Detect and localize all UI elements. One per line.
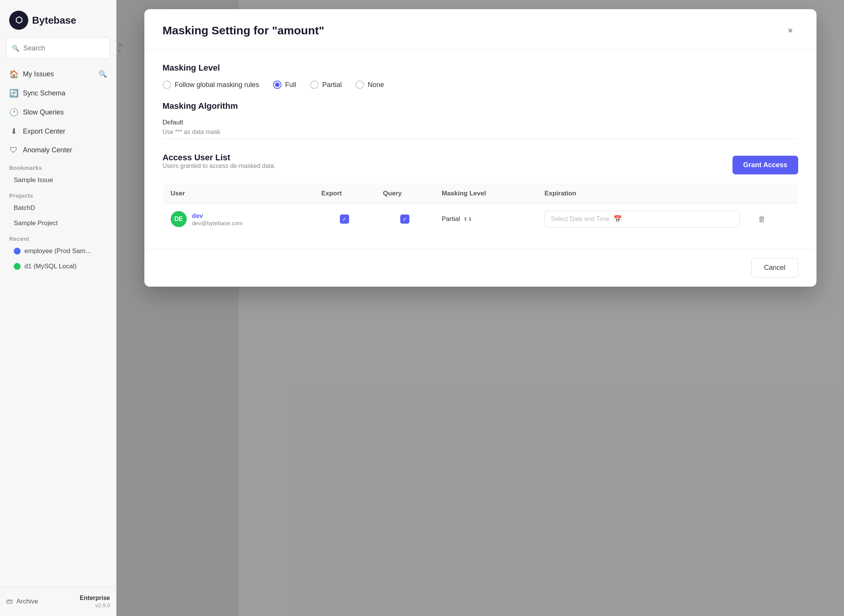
user-cell: DE dev dev@bytebase.com: [163, 204, 314, 235]
sidebar-item-my-issues[interactable]: 🏠 My Issues 🔍: [3, 65, 113, 83]
sidebar-item-export-center[interactable]: ⬇ Export Center: [3, 122, 113, 140]
export-cell[interactable]: ✓: [314, 204, 375, 235]
radio-partial[interactable]: Partial: [310, 81, 342, 89]
masking-level-select[interactable]: Partial ⬆⬇: [441, 215, 529, 223]
expiration-placeholder: Select Date and Time: [551, 216, 610, 223]
modal-body: Masking Level Follow global masking rule…: [144, 49, 817, 248]
chevron-updown-icon: ⬆⬇: [463, 216, 472, 222]
col-expiration: Expiration: [537, 184, 747, 204]
sidebar-item-d1[interactable]: d1 (MySQL Local): [3, 259, 113, 274]
access-list-titles: Access User List Users granted to access…: [163, 153, 276, 177]
query-cell[interactable]: ✓: [375, 204, 434, 235]
sidebar-item-label: Slow Queries: [23, 108, 64, 116]
access-list-header: Access User List Users granted to access…: [163, 153, 798, 177]
sidebar-item-label: employee (Prod Sam...: [24, 247, 91, 255]
db-icon: [14, 248, 21, 255]
sidebar-item-sync-schema[interactable]: 🔄 Sync Schema: [3, 84, 113, 102]
masking-setting-modal: Masking Setting for "amount" × Masking L…: [144, 9, 817, 287]
sidebar-item-batchd[interactable]: BatchD: [3, 200, 113, 216]
radio-full[interactable]: Full: [273, 81, 296, 89]
sidebar-item-label: Export Center: [23, 127, 65, 135]
modal-close-button[interactable]: ×: [783, 23, 798, 38]
sidebar-item-label: d1 (MySQL Local): [24, 263, 76, 270]
export-checkbox[interactable]: ✓: [340, 214, 349, 224]
divider: [163, 139, 798, 139]
home-icon: 🏠: [9, 69, 18, 79]
algorithm-desc: Use *** as data mask: [163, 129, 798, 135]
sync-icon: 🔄: [9, 89, 18, 98]
export-icon: ⬇: [9, 127, 18, 136]
archive-label: Archive: [16, 598, 38, 605]
logo-area: ⬡ Bytebase: [0, 0, 116, 37]
sidebar-item-label: Sync Schema: [23, 89, 65, 97]
col-user: User: [163, 184, 314, 204]
sidebar-nav: 🏠 My Issues 🔍 🔄 Sync Schema 🕐 Slow Queri…: [0, 65, 116, 587]
masking-level-title: Masking Level: [163, 63, 798, 73]
sidebar-item-sample-issue[interactable]: Sample Issue: [3, 173, 113, 188]
sidebar-item-label: Anomaly Center: [23, 146, 72, 154]
projects-label: Projects: [3, 188, 113, 200]
access-user-table: User Export Query Masking Level Expirati…: [163, 183, 798, 235]
col-masking-level: Masking Level: [434, 184, 537, 204]
search-bar[interactable]: 🔍 ⌘ K: [6, 37, 110, 59]
logo-icon: ⬡: [9, 11, 28, 30]
masking-level-cell[interactable]: Partial ⬆⬇: [434, 204, 537, 235]
access-list-title: Access User List: [163, 153, 276, 163]
db-icon-mysql: [14, 263, 21, 270]
sidebar-item-label: Sample Project: [14, 219, 58, 227]
version-label: v2.9.0: [95, 602, 110, 608]
user-name: dev: [192, 212, 243, 220]
archive-button[interactable]: 🗃 Archive: [6, 598, 38, 605]
radio-follow-global[interactable]: Follow global masking rules: [163, 81, 259, 89]
cancel-button[interactable]: Cancel: [751, 258, 798, 277]
radio-circle-partial: [310, 81, 319, 89]
sidebar-item-label: My Issues: [23, 70, 54, 78]
sidebar-item-anomaly-center[interactable]: 🛡 Anomaly Center: [3, 141, 113, 159]
table-row: DE dev dev@bytebase.com ✓ ✓: [163, 204, 798, 235]
query-checkbox[interactable]: ✓: [400, 214, 409, 224]
radio-none[interactable]: None: [356, 81, 384, 89]
radio-circle-none: [356, 81, 364, 89]
search-icon: 🔍: [12, 45, 19, 52]
masking-level-options: Follow global masking rules Full Partial…: [163, 81, 798, 89]
shield-icon: 🛡: [9, 146, 18, 155]
radio-label-partial: Partial: [322, 81, 342, 89]
calendar-icon: 📅: [613, 215, 622, 223]
sidebar-item-employee[interactable]: employee (Prod Sam...: [3, 243, 113, 259]
radio-label-full: Full: [285, 81, 296, 89]
col-query: Query: [375, 184, 434, 204]
radio-circle-follow-global: [163, 81, 171, 89]
radio-circle-full: [273, 81, 281, 89]
enterprise-label: Enterprise: [80, 595, 110, 601]
modal-header: Masking Setting for "amount" ×: [144, 9, 817, 49]
sidebar-item-slow-queries[interactable]: 🕐 Slow Queries: [3, 103, 113, 121]
my-issues-search-icon[interactable]: 🔍: [99, 70, 107, 78]
sidebar-item-label: Sample Issue: [14, 176, 53, 184]
action-cell[interactable]: 🗑: [747, 204, 798, 235]
access-list-desc: Users granted to access de-masked data.: [163, 163, 276, 169]
modal-title: Masking Setting for "amount": [163, 24, 324, 37]
delete-row-button[interactable]: 🗑: [755, 213, 769, 225]
sidebar: ⬡ Bytebase 🔍 ⌘ K 🏠 My Issues 🔍 🔄 Sync Sc…: [0, 0, 116, 616]
archive-icon: 🗃: [6, 598, 13, 605]
algorithm-default: Default: [163, 119, 798, 126]
algorithm-title: Masking Algorithm: [163, 101, 798, 111]
col-export: Export: [314, 184, 375, 204]
table-header-row: User Export Query Masking Level Expirati…: [163, 184, 798, 204]
sidebar-item-label: BatchD: [14, 204, 35, 212]
avatar: DE: [171, 211, 187, 227]
col-actions: [747, 184, 798, 204]
expiration-cell[interactable]: Select Date and Time 📅: [537, 204, 747, 235]
grant-access-button[interactable]: Grant Access: [732, 156, 798, 174]
bookmarks-label: Bookmarks: [3, 160, 113, 173]
date-time-input[interactable]: Select Date and Time 📅: [545, 211, 740, 227]
modal-footer: Cancel: [144, 248, 817, 287]
user-email: dev@bytebase.com: [192, 220, 243, 226]
user-info: DE dev dev@bytebase.com: [171, 211, 306, 227]
radio-label-none: None: [368, 81, 384, 89]
search-input[interactable]: [23, 44, 112, 52]
logo-text: Bytebase: [32, 15, 76, 26]
clock-icon: 🕐: [9, 108, 18, 117]
sidebar-item-sample-project[interactable]: Sample Project: [3, 216, 113, 231]
modal-backdrop: Masking Setting for "amount" × Masking L…: [116, 0, 844, 616]
